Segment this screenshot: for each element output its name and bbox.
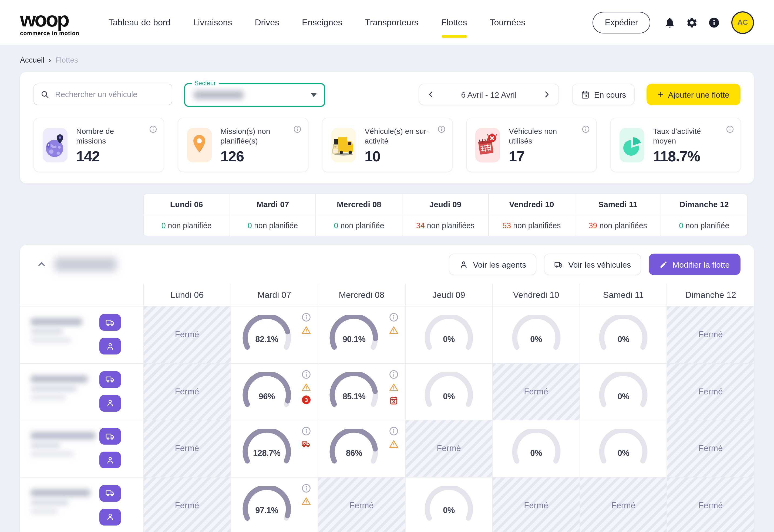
vehicle-text-redacted xyxy=(31,395,66,400)
woop-logo[interactable]: woop commerce in motion xyxy=(20,9,79,36)
nav-item-tournees[interactable]: Tournées xyxy=(490,14,525,30)
vehicle-search[interactable] xyxy=(33,84,172,105)
calendar-icon xyxy=(580,90,590,99)
vehicle-text-redacted xyxy=(31,386,77,391)
user-avatar[interactable]: AC xyxy=(731,11,754,34)
unplanned-count: 34 xyxy=(416,221,425,230)
chevron-down-icon xyxy=(311,93,317,97)
vehicle-truck-button[interactable] xyxy=(99,371,121,388)
expedite-button[interactable]: Expédier xyxy=(593,12,650,33)
info-icon[interactable] xyxy=(389,369,398,379)
nav-item-label: Livraisons xyxy=(193,18,232,27)
next-week-button[interactable] xyxy=(542,90,551,99)
previous-week-button[interactable] xyxy=(427,90,435,99)
status-filter-button[interactable]: En cours xyxy=(572,84,635,105)
info-icon[interactable] xyxy=(149,125,157,133)
gauge-cell: 0% xyxy=(405,363,492,420)
sector-value-redacted xyxy=(194,91,244,99)
gauge-cell: 0% xyxy=(492,420,579,477)
info-icon[interactable] xyxy=(389,312,398,322)
nav-item-drives[interactable]: Drives xyxy=(255,14,279,30)
unplanned-text: non planifiées xyxy=(600,221,647,230)
summary-day-header: Samedi 11 xyxy=(575,194,661,215)
gauge-value: 0% xyxy=(423,506,475,515)
gauge-cell: 0% xyxy=(579,306,667,363)
nav-item-enseignes[interactable]: Enseignes xyxy=(302,14,342,30)
gauge-cell-icons xyxy=(389,312,398,335)
closed-label: Fermé xyxy=(611,501,636,510)
summary-unplanned-cell: 0non planifiée xyxy=(144,215,229,236)
vehicle-truck-button[interactable] xyxy=(99,428,121,445)
nav-item-transporteurs[interactable]: Transporteurs xyxy=(365,14,419,30)
vehicle-cell xyxy=(20,420,143,477)
grid-day-header: Mardi 07 xyxy=(230,284,318,306)
gauge-value: 0% xyxy=(423,335,475,345)
kpi-card-3: Véhicule(s) en sur-activité10 xyxy=(322,118,453,172)
warning-icon xyxy=(389,325,398,335)
add-fleet-label: Ajouter une flotte xyxy=(668,90,729,99)
unplanned-text: non planifiée xyxy=(168,221,212,230)
info-icon[interactable] xyxy=(437,125,446,133)
add-fleet-button[interactable]: + Ajouter une flotte xyxy=(647,84,741,105)
gauge-value: 82.1% xyxy=(241,335,293,345)
chevron-right-icon: › xyxy=(49,56,51,64)
bell-icon[interactable] xyxy=(664,16,676,28)
activity-gauge: 86% xyxy=(328,429,380,468)
gauge-cell: 0% xyxy=(579,420,667,477)
collapse-chevron-up-icon[interactable] xyxy=(36,259,47,270)
edit-fleet-button[interactable]: Modifier la flotte xyxy=(649,254,741,275)
vehicle-text-redacted xyxy=(31,500,69,505)
view-agents-button[interactable]: Voir les agents xyxy=(449,254,536,275)
breadcrumb-home[interactable]: Accueil xyxy=(20,56,44,64)
vehicle-agent-button[interactable] xyxy=(99,452,121,468)
vehicle-row-actions xyxy=(99,371,121,411)
info-icon[interactable] xyxy=(301,312,311,322)
closed-label: Fermé xyxy=(699,501,723,510)
vehicle-text-redacted xyxy=(31,443,60,448)
fleet-actions: Voir les agents Voir les véhicules Modif… xyxy=(449,254,741,275)
info-icon[interactable] xyxy=(582,125,590,133)
closed-cell: Fermé xyxy=(492,363,579,420)
closed-cell: Fermé xyxy=(667,477,754,532)
nav-item-tableau-de-bord[interactable]: Tableau de bord xyxy=(108,14,171,30)
vehicle-truck-button[interactable] xyxy=(99,485,121,502)
filters-kpi-card: Secteur 6 Avril - 12 Avril En cours + Aj… xyxy=(20,72,754,183)
gauge-cell-icons xyxy=(301,426,311,449)
summary-day-header: Jeudi 09 xyxy=(402,194,488,215)
view-vehicles-button[interactable]: Voir les véhicules xyxy=(544,254,641,275)
info-icon[interactable] xyxy=(389,426,398,436)
info-icon[interactable] xyxy=(708,16,720,28)
summary-unplanned-cell: 0non planifiée xyxy=(661,215,747,236)
info-icon[interactable] xyxy=(301,369,311,379)
info-icon[interactable] xyxy=(301,426,311,436)
grid-day-header: Mercredi 08 xyxy=(318,284,405,306)
grid-day-header: Jeudi 09 xyxy=(405,284,492,306)
gauge-value: 0% xyxy=(423,392,475,401)
search-input[interactable] xyxy=(54,90,164,99)
nav-item-label: Tournées xyxy=(490,18,525,27)
truck-icon xyxy=(554,260,563,269)
kpi-card-2: Mission(s) non planifiée(s)126 xyxy=(178,118,308,172)
vehicle-agent-button[interactable] xyxy=(99,509,121,525)
info-icon[interactable] xyxy=(726,125,734,133)
activity-gauge: 0% xyxy=(423,372,475,411)
info-icon[interactable] xyxy=(293,125,301,133)
info-icon[interactable] xyxy=(301,483,311,493)
sector-select[interactable]: Secteur xyxy=(184,83,325,107)
activity-gauge: 90.1% xyxy=(328,315,380,354)
closed-cell: Fermé xyxy=(318,477,405,532)
summary-day-header: Lundi 06 xyxy=(144,194,229,215)
closed-label: Fermé xyxy=(699,330,723,340)
active-tab-underline xyxy=(442,35,467,37)
summary-day-header: Vendredi 10 xyxy=(489,194,574,215)
gear-icon[interactable] xyxy=(686,16,698,28)
nav-item-livraisons[interactable]: Livraisons xyxy=(193,14,232,30)
vehicle-agent-button[interactable] xyxy=(99,395,121,411)
vehicle-agent-button[interactable] xyxy=(99,338,121,354)
status-filter-label: En cours xyxy=(594,90,626,99)
kpi-value: 142 xyxy=(76,148,100,165)
unplanned-count: 0 xyxy=(161,221,166,230)
closed-cell: Fermé xyxy=(143,477,230,532)
vehicle-truck-button[interactable] xyxy=(99,314,121,331)
nav-item-flottes[interactable]: Flottes xyxy=(441,14,467,30)
